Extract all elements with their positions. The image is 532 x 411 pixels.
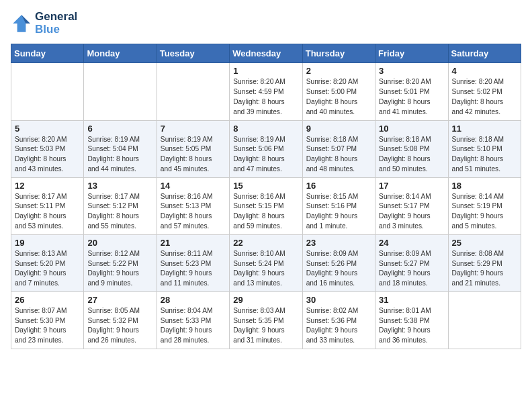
day-number: 16	[306, 181, 371, 191]
weekday-header-row: SundayMondayTuesdayWednesdayThursdayFrid…	[11, 44, 521, 63]
calendar-cell: 26Sunrise: 8:07 AM Sunset: 5:30 PM Dayli…	[11, 291, 84, 349]
calendar-week-row: 26Sunrise: 8:07 AM Sunset: 5:30 PM Dayli…	[11, 291, 521, 349]
day-info: Sunrise: 8:18 AM Sunset: 5:07 PM Dayligh…	[306, 135, 371, 175]
calendar-cell: 21Sunrise: 8:11 AM Sunset: 5:23 PM Dayli…	[157, 234, 229, 291]
calendar-cell: 16Sunrise: 8:15 AM Sunset: 5:16 PM Dayli…	[302, 177, 375, 234]
calendar-cell: 25Sunrise: 8:08 AM Sunset: 5:29 PM Dayli…	[448, 234, 521, 291]
day-number: 17	[379, 181, 444, 191]
calendar-cell: 17Sunrise: 8:14 AM Sunset: 5:17 PM Dayli…	[375, 177, 448, 234]
calendar-cell: 28Sunrise: 8:04 AM Sunset: 5:33 PM Dayli…	[157, 291, 229, 349]
day-number: 1	[233, 66, 298, 76]
day-number: 8	[233, 124, 298, 134]
day-number: 14	[161, 181, 226, 191]
day-number: 12	[15, 181, 80, 191]
day-info: Sunrise: 8:16 AM Sunset: 5:15 PM Dayligh…	[233, 192, 298, 232]
calendar-cell	[84, 63, 157, 120]
calendar-week-row: 1Sunrise: 8:20 AM Sunset: 4:59 PM Daylig…	[11, 63, 521, 120]
calendar-cell: 9Sunrise: 8:18 AM Sunset: 5:07 PM Daylig…	[302, 120, 375, 177]
weekday-header-saturday: Saturday	[448, 44, 521, 63]
weekday-header-friday: Friday	[375, 44, 448, 63]
calendar-cell: 23Sunrise: 8:09 AM Sunset: 5:26 PM Dayli…	[302, 234, 375, 291]
day-info: Sunrise: 8:03 AM Sunset: 5:35 PM Dayligh…	[233, 306, 298, 346]
day-info: Sunrise: 8:20 AM Sunset: 5:03 PM Dayligh…	[15, 135, 80, 175]
calendar-cell: 20Sunrise: 8:12 AM Sunset: 5:22 PM Dayli…	[84, 234, 157, 291]
calendar-cell: 31Sunrise: 8:01 AM Sunset: 5:38 PM Dayli…	[375, 291, 448, 349]
calendar-cell: 6Sunrise: 8:19 AM Sunset: 5:04 PM Daylig…	[84, 120, 157, 177]
day-info: Sunrise: 8:01 AM Sunset: 5:38 PM Dayligh…	[379, 306, 444, 346]
calendar-cell: 10Sunrise: 8:18 AM Sunset: 5:08 PM Dayli…	[375, 120, 448, 177]
day-info: Sunrise: 8:19 AM Sunset: 5:05 PM Dayligh…	[161, 135, 226, 175]
day-info: Sunrise: 8:20 AM Sunset: 5:00 PM Dayligh…	[306, 77, 371, 117]
day-info: Sunrise: 8:20 AM Sunset: 4:59 PM Dayligh…	[233, 77, 298, 117]
day-number: 26	[15, 295, 80, 305]
day-info: Sunrise: 8:14 AM Sunset: 5:17 PM Dayligh…	[379, 192, 444, 232]
day-info: Sunrise: 8:17 AM Sunset: 5:11 PM Dayligh…	[15, 192, 80, 232]
day-info: Sunrise: 8:08 AM Sunset: 5:29 PM Dayligh…	[452, 249, 517, 289]
day-number: 22	[233, 238, 298, 248]
day-number: 13	[87, 181, 152, 191]
day-number: 5	[15, 124, 80, 134]
calendar-week-row: 19Sunrise: 8:13 AM Sunset: 5:20 PM Dayli…	[11, 234, 521, 291]
day-info: Sunrise: 8:05 AM Sunset: 5:32 PM Dayligh…	[87, 306, 152, 346]
calendar-cell: 27Sunrise: 8:05 AM Sunset: 5:32 PM Dayli…	[84, 291, 157, 349]
day-info: Sunrise: 8:18 AM Sunset: 5:10 PM Dayligh…	[452, 135, 517, 175]
calendar-cell: 12Sunrise: 8:17 AM Sunset: 5:11 PM Dayli…	[11, 177, 84, 234]
day-number: 3	[379, 66, 444, 76]
weekday-header-sunday: Sunday	[11, 44, 84, 63]
calendar-cell	[157, 63, 229, 120]
day-number: 10	[379, 124, 444, 134]
day-number: 9	[306, 124, 371, 134]
calendar-table: SundayMondayTuesdayWednesdayThursdayFrid…	[11, 44, 521, 349]
calendar-cell: 4Sunrise: 8:20 AM Sunset: 5:02 PM Daylig…	[448, 63, 521, 120]
day-number: 23	[306, 238, 371, 248]
day-number: 15	[233, 181, 298, 191]
calendar-cell: 15Sunrise: 8:16 AM Sunset: 5:15 PM Dayli…	[230, 177, 302, 234]
day-info: Sunrise: 8:17 AM Sunset: 5:12 PM Dayligh…	[87, 192, 152, 232]
day-info: Sunrise: 8:14 AM Sunset: 5:19 PM Dayligh…	[452, 192, 517, 232]
calendar-cell: 2Sunrise: 8:20 AM Sunset: 5:00 PM Daylig…	[302, 63, 375, 120]
day-info: Sunrise: 8:12 AM Sunset: 5:22 PM Dayligh…	[87, 249, 152, 289]
calendar-cell: 13Sunrise: 8:17 AM Sunset: 5:12 PM Dayli…	[84, 177, 157, 234]
day-info: Sunrise: 8:19 AM Sunset: 5:04 PM Dayligh…	[87, 135, 152, 175]
day-info: Sunrise: 8:18 AM Sunset: 5:08 PM Dayligh…	[379, 135, 444, 175]
calendar-cell: 3Sunrise: 8:20 AM Sunset: 5:01 PM Daylig…	[375, 63, 448, 120]
day-info: Sunrise: 8:04 AM Sunset: 5:33 PM Dayligh…	[161, 306, 226, 346]
calendar-cell: 29Sunrise: 8:03 AM Sunset: 5:35 PM Dayli…	[230, 291, 302, 349]
weekday-header-tuesday: Tuesday	[157, 44, 229, 63]
day-number: 27	[87, 295, 152, 305]
day-info: Sunrise: 8:10 AM Sunset: 5:24 PM Dayligh…	[233, 249, 298, 289]
calendar-cell: 11Sunrise: 8:18 AM Sunset: 5:10 PM Dayli…	[448, 120, 521, 177]
calendar-cell	[448, 291, 521, 349]
day-number: 25	[452, 238, 517, 248]
weekday-header-monday: Monday	[84, 44, 157, 63]
day-number: 24	[379, 238, 444, 248]
day-info: Sunrise: 8:13 AM Sunset: 5:20 PM Dayligh…	[15, 249, 80, 289]
day-number: 31	[379, 295, 444, 305]
day-number: 21	[161, 238, 226, 248]
weekday-header-wednesday: Wednesday	[230, 44, 302, 63]
calendar-cell: 24Sunrise: 8:09 AM Sunset: 5:27 PM Dayli…	[375, 234, 448, 291]
calendar-cell: 14Sunrise: 8:16 AM Sunset: 5:13 PM Dayli…	[157, 177, 229, 234]
day-number: 2	[306, 66, 371, 76]
page-header: General Blue	[11, 11, 521, 36]
calendar-cell: 30Sunrise: 8:02 AM Sunset: 5:36 PM Dayli…	[302, 291, 375, 349]
day-info: Sunrise: 8:09 AM Sunset: 5:26 PM Dayligh…	[306, 249, 371, 289]
day-number: 7	[161, 124, 226, 134]
day-info: Sunrise: 8:16 AM Sunset: 5:13 PM Dayligh…	[161, 192, 226, 232]
day-number: 29	[233, 295, 298, 305]
day-number: 30	[306, 295, 371, 305]
day-number: 19	[15, 238, 80, 248]
day-info: Sunrise: 8:02 AM Sunset: 5:36 PM Dayligh…	[306, 306, 371, 346]
day-number: 20	[87, 238, 152, 248]
calendar-cell	[11, 63, 84, 120]
calendar-cell: 1Sunrise: 8:20 AM Sunset: 4:59 PM Daylig…	[230, 63, 302, 120]
logo-icon	[11, 13, 32, 34]
calendar-week-row: 12Sunrise: 8:17 AM Sunset: 5:11 PM Dayli…	[11, 177, 521, 234]
day-info: Sunrise: 8:19 AM Sunset: 5:06 PM Dayligh…	[233, 135, 298, 175]
calendar-cell: 8Sunrise: 8:19 AM Sunset: 5:06 PM Daylig…	[230, 120, 302, 177]
day-info: Sunrise: 8:09 AM Sunset: 5:27 PM Dayligh…	[379, 249, 444, 289]
calendar-cell: 5Sunrise: 8:20 AM Sunset: 5:03 PM Daylig…	[11, 120, 84, 177]
logo-text: General Blue	[35, 11, 77, 36]
day-info: Sunrise: 8:07 AM Sunset: 5:30 PM Dayligh…	[15, 306, 80, 346]
weekday-header-thursday: Thursday	[302, 44, 375, 63]
